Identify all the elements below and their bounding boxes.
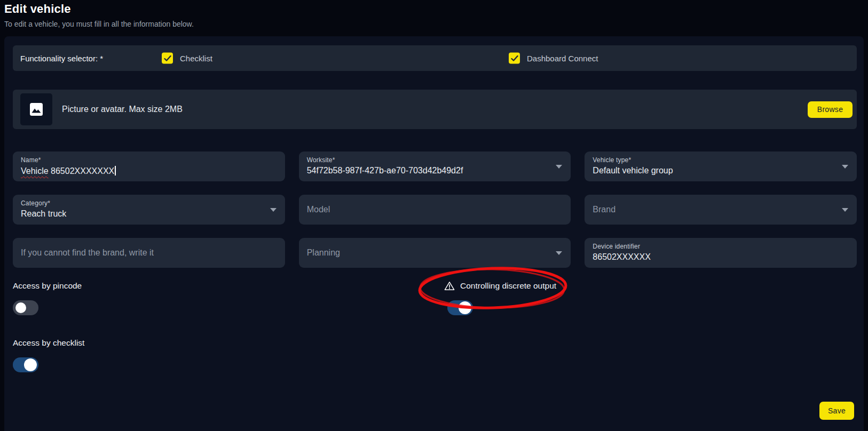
checkbox-label-checklist: Checklist — [180, 54, 212, 63]
page-subtitle: To edit a vehicle, you must fill in all … — [4, 20, 864, 28]
image-icon — [29, 102, 43, 116]
device-identifier-value: 86502XXXXXX — [593, 252, 838, 262]
custom-brand-field[interactable]: If you cannot find the brand, write it — [13, 238, 285, 268]
chevron-down-icon — [556, 165, 562, 169]
access-by-pincode-label: Access by pincode — [13, 281, 857, 291]
chevron-down-icon — [842, 165, 848, 169]
access-by-checklist-group: Access by checklist — [13, 338, 857, 372]
checkbox-label-dashboard-connect: Dashboard Connect — [527, 54, 598, 63]
planning-select-placeholder: Planning — [307, 248, 340, 258]
chevron-down-icon — [270, 208, 277, 212]
vehicle-type-select-label: Vehicle type* — [593, 156, 838, 164]
warning-triangle-icon — [444, 281, 455, 291]
toggles-row: Access by pincode Controlling discrete o… — [13, 281, 857, 316]
custom-brand-field-placeholder: If you cannot find the brand, write it — [21, 248, 154, 258]
checkbox-checked-icon[interactable] — [509, 53, 520, 64]
controlling-discrete-output-label: Controlling discrete output — [444, 281, 556, 291]
name-field[interactable]: Name* Vehicle 86502XXXXXXX — [13, 151, 285, 181]
device-identifier-field[interactable]: Device identifier 86502XXXXXX — [585, 238, 857, 268]
checkbox-option-dashboard-connect[interactable]: Dashboard Connect — [509, 53, 598, 64]
category-select-value: Reach truck — [21, 209, 266, 219]
controlling-discrete-output-group: Controlling discrete output — [444, 281, 556, 315]
worksite-select-value: 54f72b58-987f-427b-ae70-703d42b49d2f — [307, 166, 552, 175]
model-field-placeholder: Model — [307, 205, 330, 214]
chevron-down-icon — [842, 208, 848, 212]
checkbox-checked-icon[interactable] — [162, 53, 173, 64]
category-select[interactable]: Category* Reach truck — [13, 195, 285, 225]
model-field[interactable]: Model — [299, 195, 571, 225]
vehicle-type-select[interactable]: Vehicle type* Default vehicle group — [585, 151, 857, 181]
chevron-down-icon — [556, 251, 562, 255]
worksite-select-label: Worksite* — [307, 156, 552, 164]
functionality-selector-label: Functionality selector: * — [20, 54, 103, 63]
access-by-checklist-label: Access by checklist — [13, 338, 857, 348]
toggle-thumb — [24, 358, 37, 371]
worksite-select[interactable]: Worksite* 54f72b58-987f-427b-ae70-703d42… — [299, 151, 571, 181]
access-by-pincode-toggle[interactable] — [13, 300, 38, 315]
page-title: Edit vehicle — [4, 2, 864, 16]
browse-button[interactable]: Browse — [808, 101, 853, 118]
brand-select-placeholder: Brand — [593, 205, 616, 214]
access-by-checklist-toggle[interactable] — [13, 357, 38, 372]
controlling-discrete-output-toggle[interactable] — [447, 300, 473, 315]
category-select-label: Category* — [21, 199, 266, 207]
planning-select[interactable]: Planning — [299, 238, 571, 268]
picture-upload-card: Picture or avatar. Max size 2MB Browse — [13, 90, 857, 129]
vehicle-type-select-value: Default vehicle group — [593, 166, 838, 175]
avatar-placeholder — [20, 93, 52, 125]
toggle-thumb — [15, 302, 26, 313]
vehicle-form-grid: Name* Vehicle 86502XXXXXXX Worksite* 54f… — [13, 151, 857, 268]
name-field-label: Name* — [21, 156, 266, 164]
checkbox-option-checklist[interactable]: Checklist — [162, 53, 212, 64]
text-cursor — [115, 166, 116, 175]
toggle-thumb — [459, 301, 471, 314]
picture-upload-text: Picture or avatar. Max size 2MB — [62, 105, 183, 114]
save-button[interactable]: Save — [819, 402, 854, 420]
brand-select[interactable]: Brand — [585, 195, 857, 225]
access-by-pincode-group: Access by pincode — [13, 281, 857, 315]
name-field-value: Vehicle 86502XXXXXXX — [21, 166, 266, 176]
functionality-selector-bar: Functionality selector: * Checklist Dash… — [13, 45, 857, 71]
page-header: Edit vehicle To edit a vehicle, you must… — [0, 0, 868, 28]
edit-vehicle-form-panel: Functionality selector: * Checklist Dash… — [4, 36, 864, 431]
device-identifier-label: Device identifier — [593, 243, 838, 250]
